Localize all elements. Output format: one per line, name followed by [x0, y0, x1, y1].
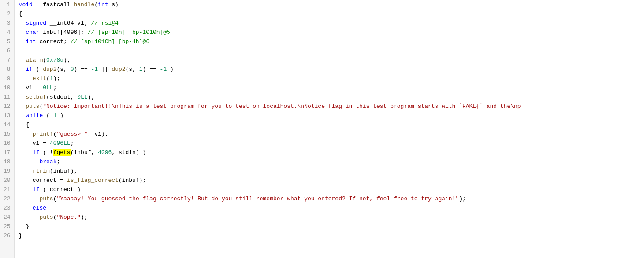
code-content[interactable]: void __fastcall handle(int s){ signed __… [15, 0, 644, 258]
line-number: 5 [4, 37, 11, 46]
code-line: signed __int64 v1; // rsi@4 [19, 18, 644, 28]
line-number: 21 [4, 185, 11, 194]
code-line: puts("Nope."); [19, 213, 644, 222]
line-number: 24 [4, 213, 11, 222]
code-line: puts("Notice: Important!!\nThis is a tes… [19, 102, 644, 111]
line-number: 7 [4, 55, 11, 65]
code-line: void __fastcall handle(int s) [19, 0, 644, 9]
line-number: 23 [4, 203, 11, 213]
line-number: 10 [4, 83, 11, 92]
line-number: 13 [4, 111, 11, 120]
code-line: puts("Yaaaay! You guessed the flag corre… [19, 194, 644, 203]
line-number: 26 [4, 231, 11, 240]
code-line: { [19, 9, 644, 18]
line-number: 6 [4, 46, 11, 55]
line-number: 20 [4, 176, 11, 185]
line-number: 2 [4, 9, 11, 18]
line-numbers: 1234567891011121314151617181920212223242… [0, 0, 15, 258]
line-number: 8 [4, 65, 11, 74]
code-line [19, 46, 644, 55]
line-number: 11 [4, 92, 11, 102]
code-line: char inbuf[4096]; // [sp+10h] [bp-1010h]… [19, 28, 644, 37]
line-number: 18 [4, 157, 11, 166]
code-line: if ( correct ) [19, 185, 644, 194]
code-line: { [19, 120, 644, 129]
code-line: if ( dup2(s, 0) == -1 || dup2(s, 1) == -… [19, 65, 644, 74]
line-number: 15 [4, 129, 11, 139]
line-number: 25 [4, 222, 11, 231]
line-number: 22 [4, 194, 11, 203]
line-number: 12 [4, 102, 11, 111]
line-number: 9 [4, 74, 11, 83]
line-number: 16 [4, 139, 11, 148]
code-line: v1 = 0LL; [19, 83, 644, 92]
code-line: else [19, 203, 644, 213]
line-number: 17 [4, 148, 11, 157]
code-line: correct = is_flag_correct(inbuf); [19, 176, 644, 185]
code-line: } [19, 231, 644, 240]
code-line: if ( !fgets(inbuf, 4096, stdin) ) [19, 148, 644, 157]
code-line: int correct; // [sp+101Ch] [bp-4h]@6 [19, 37, 644, 46]
line-number: 19 [4, 166, 11, 176]
code-line: while ( 1 ) [19, 111, 644, 120]
code-line: break; [19, 157, 644, 166]
code-line: setbuf(stdout, 0LL); [19, 92, 644, 102]
line-number: 4 [4, 28, 11, 37]
line-number: 14 [4, 120, 11, 129]
code-line: rtrim(inbuf); [19, 166, 644, 176]
code-line: } [19, 222, 644, 231]
line-number: 3 [4, 18, 11, 28]
code-line: v1 = 4096LL; [19, 139, 644, 148]
line-number: 1 [4, 0, 11, 9]
code-line: exit(1); [19, 74, 644, 83]
code-viewer: 1234567891011121314151617181920212223242… [0, 0, 644, 258]
code-line: printf("guess> ", v1); [19, 129, 644, 139]
code-line: alarm(0x78u); [19, 55, 644, 65]
